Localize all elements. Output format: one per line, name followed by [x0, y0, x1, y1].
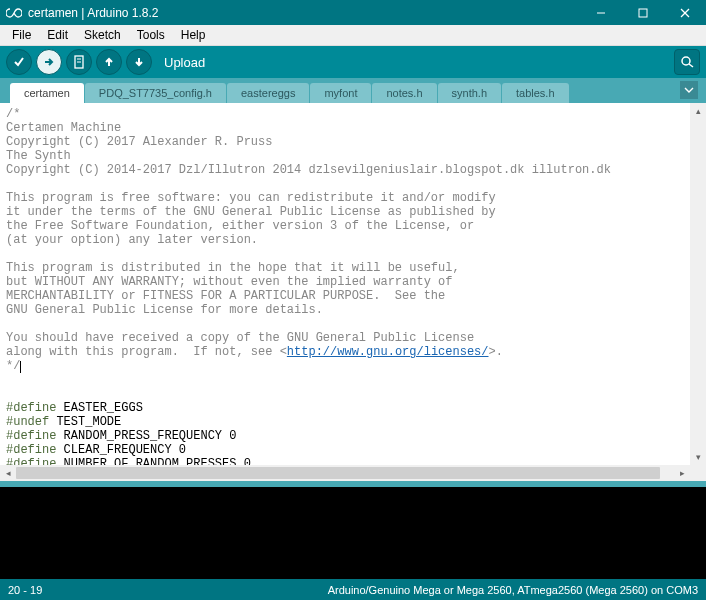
status-line-col: 20 - 19 — [8, 584, 42, 596]
value: 0 — [179, 443, 186, 457]
license-link[interactable]: http://www.gnu.org/licenses/ — [287, 345, 489, 359]
code-line: it under the terms of the GNU General Pu… — [6, 205, 496, 219]
check-icon — [12, 55, 26, 69]
code-line: You should have received a copy of the G… — [6, 331, 474, 345]
minimize-button[interactable] — [580, 0, 622, 25]
window-controls — [580, 0, 706, 25]
horizontal-scrollbar[interactable]: ◂ ▸ — [0, 465, 690, 481]
code-line: >. — [489, 345, 503, 359]
new-button[interactable] — [66, 49, 92, 75]
upload-button[interactable] — [36, 49, 62, 75]
upload-label: Upload — [164, 55, 205, 70]
svg-line-8 — [689, 64, 693, 67]
menu-tools[interactable]: Tools — [129, 26, 173, 44]
file-icon — [73, 55, 85, 69]
scroll-left-button[interactable]: ◂ — [0, 465, 16, 481]
code-line: This program is distributed in the hope … — [6, 261, 460, 275]
macro: TEST_MODE — [49, 415, 121, 429]
tab-synth[interactable]: synth.h — [438, 83, 501, 103]
text-cursor — [20, 361, 21, 373]
tab-certamen[interactable]: certamen — [10, 83, 84, 103]
svg-rect-1 — [639, 9, 647, 17]
scroll-down-button[interactable]: ▾ — [690, 449, 706, 465]
code-line: /* — [6, 107, 20, 121]
menu-sketch[interactable]: Sketch — [76, 26, 129, 44]
console-output[interactable] — [0, 487, 706, 579]
verify-button[interactable] — [6, 49, 32, 75]
code-line: Certamen Machine — [6, 121, 121, 135]
tab-notes[interactable]: notes.h — [372, 83, 436, 103]
menu-bar: File Edit Sketch Tools Help — [0, 25, 706, 46]
serial-monitor-icon — [679, 55, 695, 69]
toolbar: Upload — [0, 46, 706, 78]
vertical-scrollbar[interactable]: ▴ ▾ — [690, 103, 706, 465]
scroll-up-button[interactable]: ▴ — [690, 103, 706, 119]
window-title: certamen | Arduino 1.8.2 — [28, 6, 580, 20]
keyword: #undef — [6, 415, 49, 429]
code-line: Copyright (C) 2014-2017 Dzl/Illutron 201… — [6, 163, 611, 177]
tab-eastereggs[interactable]: eastereggs — [227, 83, 309, 103]
code-line: MERCHANTABILITY or FITNESS FOR A PARTICU… — [6, 289, 445, 303]
code-line: (at your option) any later version. — [6, 233, 258, 247]
macro: CLEAR_FREQUENCY — [56, 443, 178, 457]
tab-myfont[interactable]: myfont — [310, 83, 371, 103]
macro: NUMBER_OF_RANDOM_PRESSES — [56, 457, 243, 465]
serial-monitor-button[interactable] — [674, 49, 700, 75]
code-line: */ — [6, 359, 20, 373]
keyword: #define — [6, 429, 56, 443]
status-bar: 20 - 19 Arduino/Genuino Mega or Mega 256… — [0, 579, 706, 600]
scroll-thumb[interactable] — [16, 467, 660, 479]
arrow-down-icon — [132, 55, 146, 69]
code-line: the Free Software Foundation, either ver… — [6, 219, 474, 233]
macro: RANDOM_PRESS_FREQUENCY — [56, 429, 229, 443]
save-button[interactable] — [126, 49, 152, 75]
code-editor[interactable]: /* Certamen Machine Copyright (C) 2017 A… — [0, 103, 690, 465]
keyword: #define — [6, 443, 56, 457]
code-line: Copyright (C) 2017 Alexander R. Pruss — [6, 135, 272, 149]
app-icon — [6, 5, 22, 21]
tab-bar: certamen PDQ_ST7735_config.h eastereggs … — [0, 78, 706, 103]
macro: EASTER_EGGS — [56, 401, 142, 415]
title-bar: certamen | Arduino 1.8.2 — [0, 0, 706, 25]
scroll-corner — [690, 465, 706, 481]
code-line: This program is free software: you can r… — [6, 191, 496, 205]
arrow-up-icon — [102, 55, 116, 69]
status-board-info: Arduino/Genuino Mega or Mega 2560, ATmeg… — [328, 584, 698, 596]
close-button[interactable] — [664, 0, 706, 25]
menu-help[interactable]: Help — [173, 26, 214, 44]
svg-point-7 — [682, 57, 690, 65]
code-line: The Synth — [6, 149, 71, 163]
tab-tables[interactable]: tables.h — [502, 83, 569, 103]
menu-edit[interactable]: Edit — [39, 26, 76, 44]
scroll-right-button[interactable]: ▸ — [674, 465, 690, 481]
open-button[interactable] — [96, 49, 122, 75]
menu-file[interactable]: File — [4, 26, 39, 44]
value: 0 — [229, 429, 236, 443]
keyword: #define — [6, 401, 56, 415]
arrow-right-icon — [42, 55, 56, 69]
keyword: #define — [6, 457, 56, 465]
tab-pdq-config[interactable]: PDQ_ST7735_config.h — [85, 83, 226, 103]
chevron-down-icon — [684, 87, 694, 93]
code-line: but WITHOUT ANY WARRANTY; without even t… — [6, 275, 452, 289]
tab-dropdown-button[interactable] — [680, 81, 698, 99]
code-line: along with this program. If not, see < — [6, 345, 287, 359]
editor-area: /* Certamen Machine Copyright (C) 2017 A… — [0, 103, 706, 481]
code-line: GNU General Public License for more deta… — [6, 303, 323, 317]
value: 0 — [244, 457, 251, 465]
maximize-button[interactable] — [622, 0, 664, 25]
